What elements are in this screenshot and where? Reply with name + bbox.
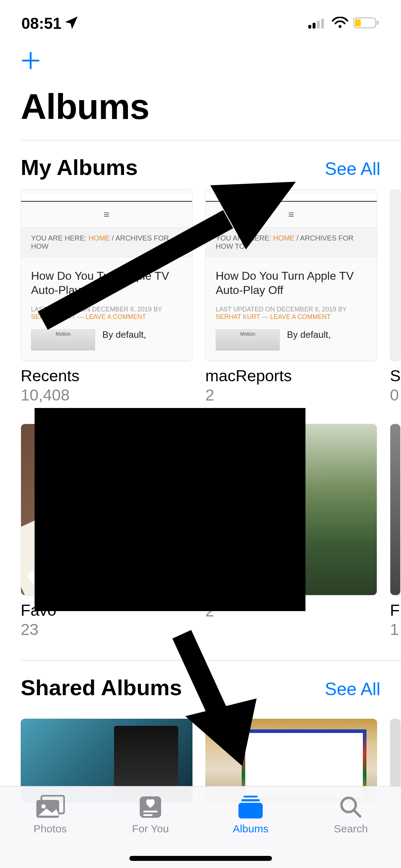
preview-sep: — <box>260 313 270 320</box>
album-item-partial[interactable]: S 0 <box>390 189 401 404</box>
tab-label: For You <box>132 823 169 835</box>
status-time: 08:51 <box>21 15 62 32</box>
album-row[interactable]: Favo 23 2 F 1 <box>0 408 401 642</box>
nav-row <box>0 47 401 86</box>
album-thumbnail[interactable]: ≡ YOU ARE HERE: HOME / ARCHIVES FOR HOW … <box>21 189 192 361</box>
svg-point-10 <box>41 804 46 808</box>
hamburger-icon: ≡ <box>206 202 377 227</box>
svg-rect-7 <box>355 19 361 26</box>
status-left: 08:51 <box>21 15 78 32</box>
svg-rect-3 <box>321 19 324 29</box>
tab-label: Photos <box>34 823 67 835</box>
section-header-my-albums: My Albums See All <box>0 140 401 189</box>
preview-meta: LAST UPDATED ON DECEMBER 6, 2019 BY <box>216 306 346 313</box>
svg-rect-16 <box>238 803 263 818</box>
hamburger-icon: ≡ <box>21 202 192 227</box>
wifi-icon <box>332 17 348 30</box>
tab-photos[interactable]: Photos <box>15 794 86 868</box>
preview-author: SERHAT KURT <box>216 313 260 320</box>
album-item-partial[interactable]: F 1 <box>390 424 401 639</box>
svg-rect-2 <box>317 21 320 29</box>
section-title: Shared Albums <box>21 675 182 700</box>
cellular-icon <box>308 17 327 30</box>
crumb-home: HOME <box>273 234 294 242</box>
svg-rect-6 <box>377 21 379 25</box>
album-thumbnail[interactable] <box>390 424 401 595</box>
svg-rect-15 <box>241 799 260 801</box>
album-name: Recents <box>21 361 192 385</box>
home-indicator[interactable] <box>129 856 272 861</box>
album-row[interactable]: ≡ YOU ARE HERE: HOME / ARCHIVES FOR HOW … <box>0 189 401 408</box>
album-count: 1 <box>390 620 401 639</box>
preview-snippet: By default, <box>102 329 146 340</box>
status-right <box>308 16 380 31</box>
album-count: 10,408 <box>21 385 192 404</box>
preview-meta: LAST UPDATED ON DECEMBER 6, 2019 BY <box>31 306 162 313</box>
preview-title: How Do You Turn Apple TV Auto-Play Off <box>216 269 367 297</box>
svg-rect-14 <box>243 796 258 797</box>
thumbnail-preview: ≡ YOU ARE HERE: HOME / ARCHIVES FOR HOW … <box>21 190 192 361</box>
battery-icon <box>353 16 380 31</box>
section-title: My Albums <box>21 155 138 180</box>
svg-rect-1 <box>313 23 315 29</box>
svg-rect-13 <box>143 814 153 816</box>
preview-comment: LEAVE A COMMENT <box>86 313 146 320</box>
preview-mini-image: Motion <box>216 329 280 351</box>
album-name: S <box>390 361 401 385</box>
for-you-icon <box>138 794 163 819</box>
album-item-recents[interactable]: ≡ YOU ARE HERE: HOME / ARCHIVES FOR HOW … <box>21 189 192 404</box>
album-name: macReports <box>205 361 377 385</box>
album-item-macreports[interactable]: ≡ YOU ARE HERE: HOME / ARCHIVES FOR HOW … <box>205 189 377 404</box>
see-all-shared[interactable]: See All <box>325 679 380 699</box>
svg-rect-0 <box>308 25 311 29</box>
tab-label: Search <box>334 823 368 835</box>
preview-snippet: By default, <box>287 329 331 340</box>
tab-label: Albums <box>233 823 268 835</box>
album-count: 2 <box>205 385 377 404</box>
svg-point-4 <box>339 25 341 28</box>
album-thumbnail[interactable]: ≡ YOU ARE HERE: HOME / ARCHIVES FOR HOW … <box>205 189 377 361</box>
preview-mini-image: Motion <box>31 329 95 351</box>
status-bar: 08:51 <box>0 0 401 47</box>
search-icon <box>339 794 363 819</box>
add-album-button[interactable] <box>21 51 41 76</box>
location-icon <box>65 15 78 32</box>
svg-line-18 <box>354 811 360 816</box>
section-header-shared: Shared Albums See All <box>0 661 401 709</box>
album-thumbnail[interactable] <box>390 189 401 361</box>
svg-rect-12 <box>143 811 158 812</box>
preview-comment: LEAVE A COMMENT <box>270 313 331 320</box>
album-count: 23 <box>21 620 192 639</box>
tab-search[interactable]: Search <box>315 794 386 868</box>
crumb-home: HOME <box>88 234 110 242</box>
crumb-prefix: YOU ARE HERE: <box>216 234 273 242</box>
album-name: F <box>390 595 401 620</box>
thumbnail-preview: ≡ YOU ARE HERE: HOME / ARCHIVES FOR HOW … <box>206 190 377 361</box>
photos-icon <box>36 794 65 819</box>
crumb-prefix: YOU ARE HERE: <box>31 234 88 242</box>
redaction-overlay <box>35 408 305 611</box>
album-count: 0 <box>390 385 401 404</box>
see-all-my-albums[interactable]: See All <box>325 159 380 179</box>
albums-icon <box>236 794 265 819</box>
preview-sep: — <box>76 313 86 320</box>
preview-title: How Do You Turn Apple TV Auto-Play <box>31 269 182 297</box>
preview-author: SERHAT KURT <box>31 313 76 320</box>
page-title: Albums <box>0 86 401 140</box>
